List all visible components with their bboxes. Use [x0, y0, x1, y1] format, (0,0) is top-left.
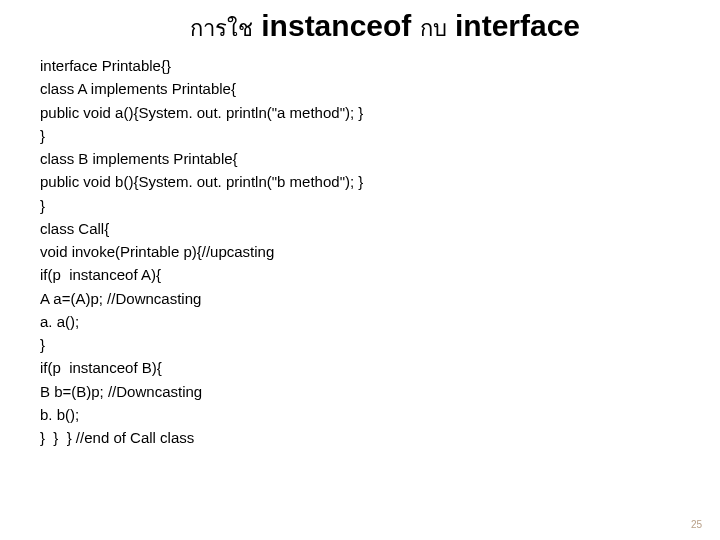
code-line: void invoke(Printable p){//upcasting — [40, 240, 680, 263]
code-line: public void a(){System. out. println("a … — [40, 101, 680, 124]
code-line: class Call{ — [40, 217, 680, 240]
code-line: class A implements Printable{ — [40, 77, 680, 100]
title-keyword-interface: interface — [455, 9, 580, 42]
code-line: B b=(B)p; //Downcasting — [40, 380, 680, 403]
code-line: class B implements Printable{ — [40, 147, 680, 170]
title-thai-mid: กบ — [420, 16, 447, 41]
page-number: 25 — [691, 519, 702, 530]
title-keyword-instanceof: instanceof — [261, 9, 411, 42]
code-line: } } } //end of Call class — [40, 426, 680, 449]
title-thai-prefix: การใช — [190, 16, 253, 41]
code-line: public void b(){System. out. println("b … — [40, 170, 680, 193]
code-line: b. b(); — [40, 403, 680, 426]
code-line: } — [40, 124, 680, 147]
code-line: if(p instanceof B){ — [40, 356, 680, 379]
slide-container: การใช instanceof กบ interface interface … — [0, 0, 720, 540]
code-line: } — [40, 333, 680, 356]
code-line: A a=(A)p; //Downcasting — [40, 287, 680, 310]
code-line: } — [40, 194, 680, 217]
code-line: interface Printable{} — [40, 54, 680, 77]
code-line: if(p instanceof A){ — [40, 263, 680, 286]
code-block: interface Printable{} class A implements… — [40, 54, 680, 449]
slide-title: การใช instanceof กบ interface — [40, 8, 680, 44]
code-line: a. a(); — [40, 310, 680, 333]
